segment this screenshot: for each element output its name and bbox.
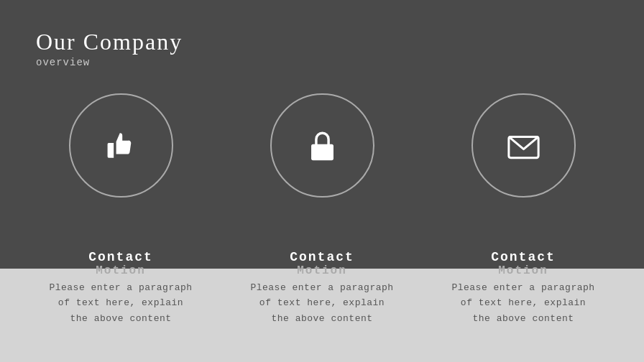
card-2 [250, 93, 394, 210]
titles-row: Contact Motion Contact Motion Contact Mo… [0, 250, 644, 277]
card-1-contact-label: Contact [49, 250, 193, 264]
svg-rect-0 [311, 144, 334, 160]
card-2-description: Please enter a paragraph of text here, e… [250, 280, 394, 326]
lock-icon [303, 126, 342, 165]
card-2-contact-label: Contact [250, 250, 394, 264]
card-3-description: Please enter a paragraph of text here, e… [451, 280, 595, 326]
circle-1 [69, 93, 173, 198]
header: Our Company overview [36, 29, 183, 68]
card-1 [49, 93, 193, 210]
card-1-description: Please enter a paragraph of text here, e… [49, 280, 193, 326]
card-3-contact-label: Contact [451, 250, 595, 264]
circles-row [0, 93, 644, 210]
mail-icon [504, 126, 543, 165]
thumbs-up-icon [101, 126, 141, 165]
card-3-titles: Contact Motion [451, 250, 595, 277]
card-2-motion-label: Motion [250, 264, 394, 277]
circle-2 [270, 93, 374, 198]
descriptions-row: Please enter a paragraph of text here, e… [0, 280, 644, 326]
circle-3 [472, 93, 576, 198]
card-2-titles: Contact Motion [250, 250, 394, 277]
page-subtitle: overview [36, 57, 183, 68]
card-1-titles: Contact Motion [49, 250, 193, 277]
full-layout: Our Company overview [0, 0, 644, 362]
card-3 [451, 93, 595, 210]
card-3-motion-label: Motion [451, 264, 595, 277]
card-1-motion-label: Motion [49, 264, 193, 277]
page-title: Our Company [36, 29, 183, 55]
